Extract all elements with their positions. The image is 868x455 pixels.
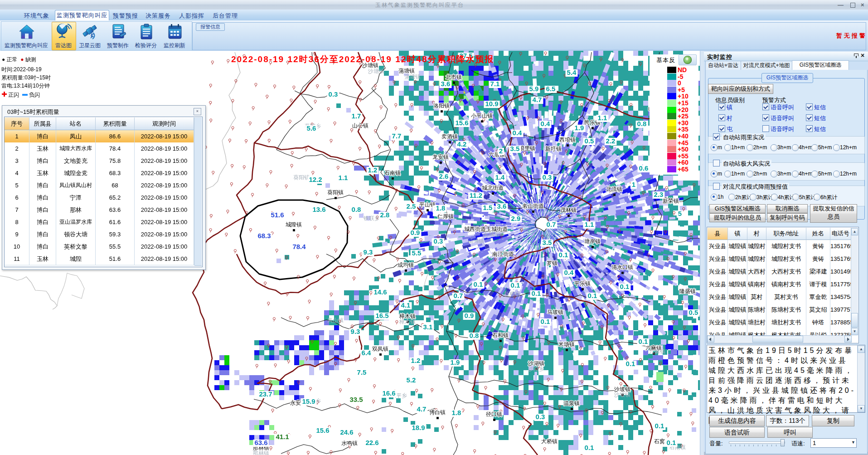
svg-text:C: C xyxy=(91,33,94,38)
